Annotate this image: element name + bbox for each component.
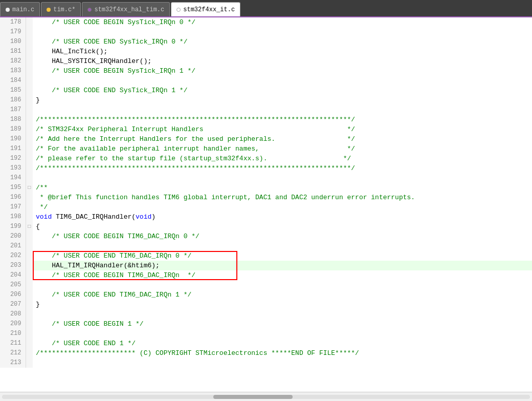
line-number: 211 [0, 339, 26, 348]
code-line: } [33, 95, 532, 105]
table-row: 213 [0, 358, 532, 368]
line-number: 187 [0, 105, 26, 115]
fold-indicator [26, 270, 33, 280]
tab-label-stm32-it: stm32f4xx_it.c [183, 6, 235, 13]
scrollbar-track[interactable] [2, 395, 530, 399]
fold-indicator [26, 348, 33, 358]
code-line [33, 173, 532, 183]
table-row: 189/* STM32F4xx Peripheral Interrupt Han… [0, 124, 532, 134]
fold-indicator [26, 290, 33, 300]
table-row: 183 /* USER CODE BEGIN SysTick_IRQn 1 */ [0, 66, 532, 76]
line-number: 198 [0, 212, 26, 222]
line-number: 191 [0, 144, 26, 154]
tab-stm32-hal-tim[interactable]: stm32f4xx_hal_tim.c [82, 2, 170, 16]
code-table: 178 /* USER CODE BEGIN SysTick_IRQn 0 */… [0, 17, 532, 368]
fold-indicator[interactable]: □ [26, 183, 33, 193]
code-line: /* USER CODE BEGIN TIM6_DAC_IRQn */ [33, 270, 532, 280]
code-line: /* USER CODE BEGIN 1 */ [33, 319, 532, 329]
tab-bar: main.c tim.c* stm32f4xx_hal_tim.c stm32f… [0, 0, 532, 17]
table-row: 179 [0, 27, 532, 37]
fold-indicator [26, 47, 33, 56]
code-editor[interactable]: 178 /* USER CODE BEGIN SysTick_IRQn 0 */… [0, 17, 532, 392]
scrollbar-thumb[interactable] [213, 395, 293, 399]
fold-indicator [26, 134, 33, 144]
fold-indicator [26, 66, 33, 76]
fold-indicator [26, 173, 33, 183]
fold-indicator [26, 95, 33, 105]
code-line: /* please refer to the startup file (sta… [33, 154, 532, 163]
table-row: 211 /* USER CODE END 1 */ [0, 339, 532, 348]
table-row: 191/* For the available peripheral inter… [0, 144, 532, 154]
line-number: 209 [0, 319, 26, 329]
fold-indicator [26, 27, 33, 37]
table-row: 204 /* USER CODE BEGIN TIM6_DAC_IRQn */ [0, 270, 532, 280]
code-line: /* USER CODE END TIM6_DAC_IRQn 1 */ [33, 290, 532, 300]
code-line: */ [33, 202, 532, 212]
code-line: /* USER CODE END SysTick_IRQn 0 */ [33, 37, 532, 47]
fold-indicator [26, 280, 33, 290]
table-row: 212/************************ (C) COPYRIG… [0, 348, 532, 358]
table-row: 200 /* USER CODE BEGIN TIM6_DAC_IRQn 0 *… [0, 231, 532, 241]
code-line: } [33, 300, 532, 309]
table-row: 193/************************************… [0, 163, 532, 173]
table-row: 182 HAL_SYSTICK_IRQHandler(); [0, 56, 532, 66]
code-line: /* USER CODE BEGIN TIM6_DAC_IRQn 0 */ [33, 231, 532, 241]
table-row: 181 HAL_IncTick(); [0, 47, 532, 56]
code-line [33, 241, 532, 251]
table-row: 203 HAL_TIM_IRQHandler(&htim6); [0, 261, 532, 270]
fold-indicator [26, 358, 33, 368]
table-row: 195□/** [0, 183, 532, 193]
horizontal-scrollbar[interactable] [0, 392, 532, 401]
line-number: 193 [0, 163, 26, 173]
table-row: 205 [0, 280, 532, 290]
table-row: 206 /* USER CODE END TIM6_DAC_IRQn 1 */ [0, 290, 532, 300]
tab-dot-tim-c [47, 8, 51, 12]
tab-main-c[interactable]: main.c [0, 2, 40, 16]
table-row: 190/* Add here the Interrupt Handlers fo… [0, 134, 532, 144]
code-line: /* For the available peripheral interrup… [33, 144, 532, 154]
fold-indicator[interactable]: □ [26, 222, 33, 231]
code-line: /* USER CODE END SysTick_IRQn 1 */ [33, 86, 532, 95]
tab-stm32-it[interactable]: stm32f4xx_it.c [171, 2, 240, 16]
code-line: /* USER CODE BEGIN SysTick_IRQn 0 */ [33, 17, 532, 27]
fold-indicator [26, 251, 33, 261]
code-line: /************************ (C) COPYRIGHT … [33, 348, 532, 358]
fold-indicator [26, 309, 33, 319]
fold-indicator [26, 212, 33, 222]
tab-label-main-c: main.c [12, 6, 34, 13]
line-number: 188 [0, 115, 26, 124]
line-number: 197 [0, 202, 26, 212]
code-line: HAL_IncTick(); [33, 47, 532, 56]
code-line [33, 329, 532, 339]
table-row: 207} [0, 300, 532, 309]
code-line: /** [33, 183, 532, 193]
code-line: /* USER CODE END 1 */ [33, 339, 532, 348]
line-number: 185 [0, 86, 26, 95]
line-number: 213 [0, 358, 26, 368]
code-line: /***************************************… [33, 115, 532, 124]
fold-indicator [26, 163, 33, 173]
line-number: 183 [0, 66, 26, 76]
line-number: 200 [0, 231, 26, 241]
line-number: 201 [0, 241, 26, 251]
fold-indicator [26, 17, 33, 27]
fold-indicator [26, 154, 33, 163]
code-line: HAL_TIM_IRQHandler(&htim6); [33, 261, 532, 270]
table-row: 184 [0, 76, 532, 86]
line-number: 179 [0, 27, 26, 37]
fold-indicator [26, 241, 33, 251]
code-line: /* Add here the Interrupt Handlers for t… [33, 134, 532, 144]
line-number: 206 [0, 290, 26, 300]
table-row: 202 /* USER CODE END TIM6_DAC_IRQn 0 */ [0, 251, 532, 261]
code-line: * @brief This function handles TIM6 glob… [33, 193, 532, 202]
table-row: 208 [0, 309, 532, 319]
fold-indicator [26, 231, 33, 241]
code-line [33, 309, 532, 319]
table-row: 186} [0, 95, 532, 105]
code-line: { [33, 222, 532, 231]
fold-indicator [26, 300, 33, 309]
line-number: 194 [0, 173, 26, 183]
line-number: 181 [0, 47, 26, 56]
table-row: 210 [0, 329, 532, 339]
tab-tim-c[interactable]: tim.c* [41, 2, 81, 16]
